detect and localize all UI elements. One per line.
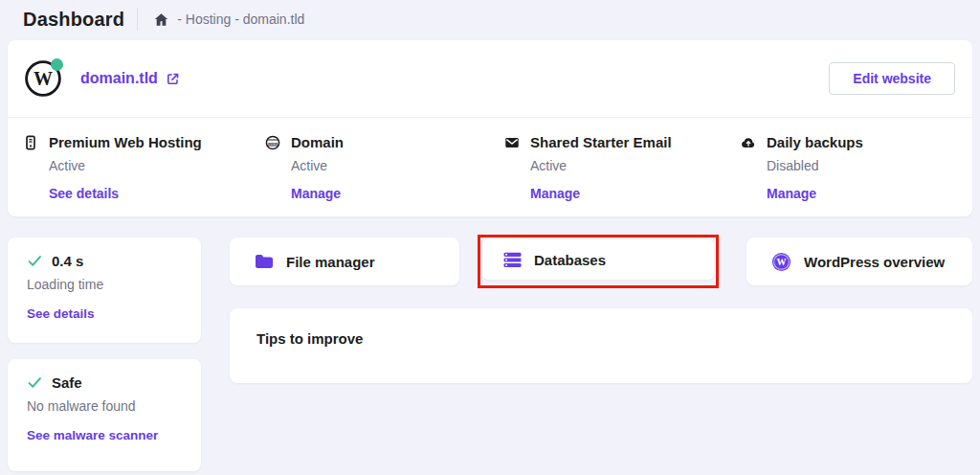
envelope-icon: [504, 135, 521, 150]
online-status-dot: [51, 58, 63, 71]
file-manager-label: File manager: [286, 254, 375, 270]
service-premium-web-hosting: Premium Web Hosting Active See details: [23, 134, 202, 202]
databases-highlight-annotation: Databases: [478, 235, 719, 288]
databases-card[interactable]: Databases: [482, 239, 714, 280]
service-title: Shared Starter Email: [530, 134, 672, 150]
globe-www-icon: www: [265, 135, 281, 150]
malware-status-card: Safe No malware found See malware scanne…: [8, 359, 201, 471]
service-link-manage[interactable]: Manage: [767, 186, 816, 201]
topbar-divider: [137, 8, 138, 31]
tips-title: Tips to improve: [256, 330, 946, 347]
service-link-manage[interactable]: Manage: [291, 186, 341, 201]
service-link-manage[interactable]: Manage: [530, 186, 580, 201]
services-row: Premium Web Hosting Active See details w…: [8, 117, 972, 216]
service-status: Active: [291, 158, 344, 173]
wordpress-overview-label: WordPress overview: [804, 254, 945, 270]
cloud-backup-icon: [741, 135, 757, 150]
home-icon[interactable]: [153, 11, 169, 28]
breadcrumb: - Hosting - domain.tld: [177, 11, 304, 27]
topbar: Dashboard - Hosting - domain.tld: [0, 0, 980, 38]
server-icon: [23, 135, 39, 150]
service-status: Active: [49, 158, 202, 173]
databases-label: Databases: [534, 252, 606, 268]
svg-text:W: W: [33, 68, 53, 89]
folder-icon: [255, 254, 274, 269]
tips-to-improve-card: Tips to improve: [230, 308, 972, 383]
loading-time-card: 0.4 s Loading time See details: [8, 238, 201, 343]
service-link-see-details[interactable]: See details: [49, 186, 119, 201]
loading-time-value: 0.4 s: [52, 253, 83, 269]
wordpress-logo: W: [25, 60, 61, 97]
loading-time-label: Loading time: [27, 277, 182, 292]
database-icon: [503, 252, 522, 268]
service-status: Disabled: [767, 158, 863, 173]
site-header: W domain.tld Edit website: [8, 40, 972, 117]
file-manager-card[interactable]: File manager: [230, 238, 459, 285]
malware-status-label: No malware found: [27, 398, 182, 414]
service-daily-backups: Daily backups Disabled Manage: [741, 134, 863, 202]
see-details-link[interactable]: See details: [27, 306, 95, 321]
malware-status-value: Safe: [52, 374, 82, 391]
svg-text:W: W: [776, 257, 786, 267]
service-status: Active: [530, 158, 672, 173]
site-card: W domain.tld Edit website Premium We: [8, 40, 972, 216]
service-title: Premium Web Hosting: [49, 134, 202, 150]
service-title: Domain: [291, 134, 344, 150]
check-icon: [27, 374, 43, 391]
service-shared-starter-email: Shared Starter Email Active Manage: [504, 134, 672, 202]
service-title: Daily backups: [767, 134, 863, 150]
service-domain: www Domain Active Manage: [265, 134, 344, 202]
svg-text:www: www: [267, 140, 278, 145]
see-malware-scanner-link[interactable]: See malware scanner: [27, 428, 158, 442]
external-link-icon: [166, 72, 180, 86]
edit-website-button[interactable]: Edit website: [829, 62, 955, 95]
check-icon: [27, 253, 43, 269]
domain-name: domain.tld: [80, 70, 158, 87]
page-title: Dashboard: [23, 9, 124, 31]
wordpress-overview-card[interactable]: W WordPress overview: [746, 238, 972, 285]
wordpress-icon: W: [771, 252, 791, 272]
domain-link[interactable]: domain.tld: [80, 70, 180, 87]
